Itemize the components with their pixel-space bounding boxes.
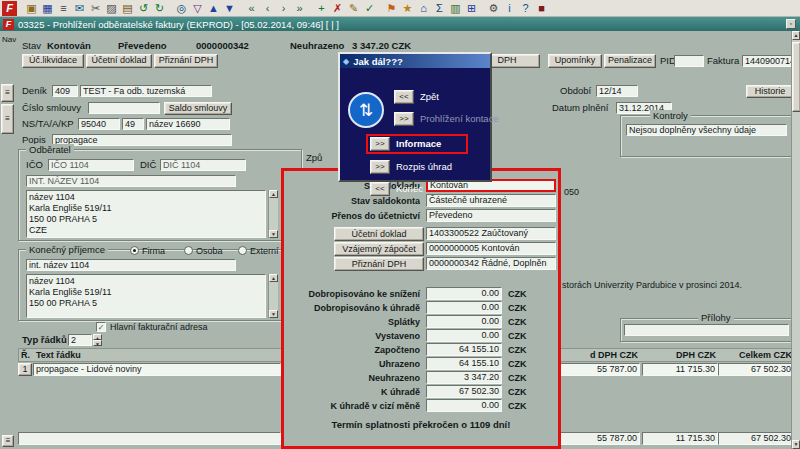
col-header-celkem[interactable]: Celkem CZK — [718, 349, 792, 361]
row-zaklad-cell[interactable]: 55 787.00 — [560, 363, 640, 376]
address-scrollbar[interactable]: ▲ ▼ — [268, 190, 278, 238]
prilohy-field[interactable] — [624, 324, 789, 336]
row-dph-cell[interactable]: 11 715.30 — [642, 363, 718, 376]
paste-icon[interactable]: ▤ — [120, 1, 135, 16]
ns-field-3[interactable]: název 16690 — [146, 118, 230, 130]
info-value-field: Částečně uhrazené — [426, 194, 556, 207]
ns-field-1[interactable]: 95040 — [78, 118, 120, 130]
main-address-checkbox[interactable]: ✓ — [96, 322, 106, 332]
sort-desc-icon[interactable]: ▼ — [222, 1, 237, 16]
radio-osoba[interactable] — [184, 246, 193, 255]
radio-externi[interactable] — [238, 246, 247, 255]
ico-field[interactable]: IČO 1104 — [48, 159, 134, 171]
saldo-smlouvy-button[interactable]: Saldo smlouvy — [164, 102, 232, 115]
home-icon[interactable]: ⌂ — [416, 1, 431, 16]
add-record-icon[interactable]: + — [314, 1, 329, 16]
delete-record-icon[interactable]: ✗ — [330, 1, 345, 16]
ucetni-doklad-button[interactable]: Účetní doklad — [86, 54, 152, 68]
uc-likvidace-button[interactable]: Úč.likvidace — [22, 54, 84, 68]
typ-radku-field[interactable]: 2 — [68, 334, 92, 346]
search-icon[interactable]: ◎ — [174, 1, 189, 16]
col-header-zaklad[interactable]: d DPH CZK — [560, 349, 638, 361]
redo-icon[interactable]: ↻ — [152, 1, 167, 16]
kontroly-fieldset — [620, 115, 793, 157]
sidebar-button[interactable]: ≡ — [1, 104, 14, 134]
sum-icon[interactable]: Σ — [432, 1, 447, 16]
obdobi-field[interactable]: 12/14 — [596, 85, 638, 97]
address-line: 150 00 PRAHA 5 — [29, 214, 263, 225]
historie-button[interactable]: Historie — [746, 85, 794, 98]
undo-icon[interactable]: ↺ — [136, 1, 151, 16]
star-icon[interactable]: ★ — [400, 1, 415, 16]
scroll-up-icon[interactable]: ▲ — [269, 274, 278, 282]
row-celkem-cell[interactable]: 67 502.30 — [718, 363, 794, 376]
ns-field-2[interactable]: 49 — [122, 118, 144, 130]
currency-label: CZK — [508, 302, 538, 314]
sort-asc-icon[interactable]: ▲ — [206, 1, 221, 16]
app-logo-icon[interactable]: F — [2, 1, 17, 16]
scroll-up-icon[interactable]: ▲ — [792, 31, 800, 40]
radio-firma[interactable] — [130, 246, 139, 255]
scroll-up-icon[interactable]: ▲ — [269, 190, 278, 198]
col-header-text[interactable]: Text řádku — [36, 349, 81, 361]
print-icon[interactable]: ≡ — [56, 1, 71, 16]
info-doc-button[interactable]: Přiznání DPH — [334, 257, 424, 271]
flag-icon[interactable]: ⚑ — [384, 1, 399, 16]
dic-field[interactable]: DIČ 1104 — [160, 159, 246, 171]
col-header-dph[interactable]: DPH CZK — [642, 349, 716, 361]
main-address-checkbox-label: Hlavní fakturační adresa — [110, 321, 208, 333]
mail-icon[interactable]: ✉ — [72, 1, 87, 16]
sidebar-button[interactable]: ≡ — [2, 435, 14, 447]
odberatel-address-box[interactable]: název 1104Karla Engliše 519/11150 00 PRA… — [26, 190, 266, 238]
int-nazev-field[interactable]: INT. NÁZEV 1104 — [26, 175, 236, 187]
scrollbar-thumb[interactable] — [792, 42, 800, 112]
denik-name-field[interactable]: TEST - Fa odb. tuzemská — [80, 85, 212, 97]
info-doc-button[interactable]: Vzájemný zápočet — [334, 242, 424, 256]
dialog-action-button-0[interactable]: << — [394, 90, 414, 104]
vertical-scrollbar[interactable]: ▲ ▼ — [791, 31, 800, 449]
prijemce-address-box[interactable]: název 1104Karla Engliše 519/11150 00 PRA… — [26, 274, 266, 318]
upominky-button[interactable]: Upomínky — [548, 54, 602, 68]
help-icon[interactable]: ? — [518, 1, 533, 16]
cislo-smlouvy-field[interactable] — [88, 102, 160, 114]
priznani-dph-button[interactable]: Přiznání DPH — [154, 54, 218, 68]
amount-value-field: 0.00 — [426, 301, 502, 314]
edit-icon[interactable]: ✎ — [346, 1, 361, 16]
scroll-down-icon[interactable]: ▼ — [269, 230, 278, 238]
row-text-cell[interactable]: propagace - Lidové noviny — [33, 363, 281, 376]
typ-radku-spinner[interactable]: ▲ ▼ — [93, 334, 102, 346]
address-scrollbar[interactable]: ▲ ▼ — [268, 274, 278, 318]
first-record-icon[interactable]: « — [244, 1, 259, 16]
open-folder-icon[interactable]: ▣ — [24, 1, 39, 16]
next-record-icon[interactable]: › — [276, 1, 291, 16]
scroll-down-icon[interactable]: ▼ — [269, 310, 278, 318]
window-control-button[interactable]: ▫ — [786, 19, 796, 29]
sidebar-button[interactable]: ≡ — [1, 84, 14, 102]
save-icon[interactable]: ▦ — [40, 1, 55, 16]
chart-icon[interactable]: ▥ — [448, 1, 463, 16]
spinner-down-icon[interactable]: ▼ — [93, 340, 102, 346]
grid-icon[interactable]: ⊞ — [464, 1, 479, 16]
exit-icon[interactable]: ■ — [534, 1, 549, 16]
popis-field[interactable]: propagace — [52, 134, 232, 146]
prev-record-icon[interactable]: ‹ — [260, 1, 275, 16]
dialog-action-button-4[interactable]: << — [370, 182, 390, 196]
dialog-action-button-3[interactable]: >> — [370, 160, 390, 174]
confirm-icon[interactable]: ✓ — [362, 1, 377, 16]
scroll-down-icon[interactable]: ▼ — [792, 440, 800, 449]
info-icon[interactable]: i — [502, 1, 517, 16]
dialog-action-button-2[interactable]: >> — [370, 137, 390, 151]
col-header-radek[interactable]: Ř. — [21, 349, 30, 361]
row-number-cell[interactable]: 1 — [18, 363, 32, 376]
prijemce-int-nazev-field[interactable]: int. název 1104 — [26, 259, 236, 271]
penalizace-button[interactable]: Penalizace — [604, 54, 656, 68]
gear-icon[interactable]: ⚙ — [486, 1, 501, 16]
info-doc-button[interactable]: Účetní doklad — [334, 227, 424, 241]
faktura-number-field[interactable]: 1440900714 — [742, 55, 796, 67]
filter-icon[interactable]: ▽ — [190, 1, 205, 16]
pid-field[interactable] — [674, 55, 704, 67]
denik-code-field[interactable]: 409 — [52, 85, 78, 97]
copy-icon[interactable]: ▨ — [104, 1, 119, 16]
cut-icon[interactable]: ✂ — [88, 1, 103, 16]
last-record-icon[interactable]: » — [292, 1, 307, 16]
